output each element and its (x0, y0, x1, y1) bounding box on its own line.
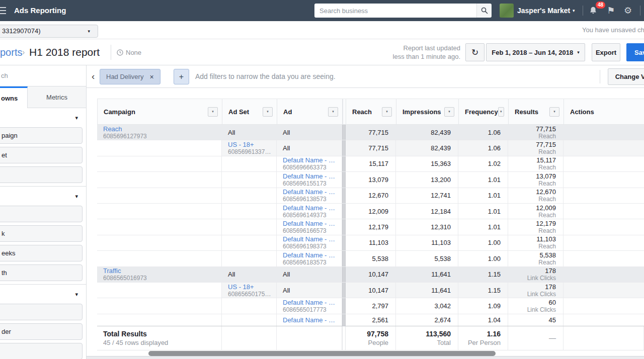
export-button[interactable]: Export (592, 43, 620, 61)
frequency-cell: 1.01 (458, 219, 508, 234)
frozen-pane-scrollbar[interactable] (342, 219, 346, 234)
filter-placeholder[interactable]: Add filters to narrow the data you are s… (195, 65, 336, 87)
breadcrumb[interactable]: ports (0, 39, 22, 65)
gear-icon[interactable]: ⚙ (624, 6, 632, 16)
account-name[interactable]: Jasper's Market (517, 0, 570, 21)
section-collapse-button[interactable]: ▾ (0, 285, 86, 304)
ad-link[interactable]: All (283, 271, 342, 278)
chevron-down-icon[interactable]: ▾ (328, 107, 338, 117)
chevron-down-icon[interactable]: ▾ (263, 107, 273, 117)
ad-link[interactable]: Default Name - … (283, 235, 342, 243)
search-input[interactable] (314, 4, 476, 18)
chevron-down-icon[interactable]: ▾ (444, 107, 454, 117)
account-selector[interactable]: 3312907074) ▾ (0, 25, 98, 38)
column-header-results[interactable]: Results▾ (509, 99, 564, 124)
frozen-pane-scrollbar[interactable] (342, 267, 346, 282)
sidebar-item-ad-set[interactable]: et (0, 147, 83, 163)
ad-link[interactable]: Default Name - … (283, 204, 342, 212)
ad-link[interactable]: Default Name - … (283, 188, 342, 196)
search-button[interactable] (476, 4, 492, 18)
collapse-sidebar-icon[interactable]: ‹ (92, 65, 95, 87)
frozen-pane-scrollbar[interactable] (342, 204, 346, 219)
frequency-cell: 1.15 (458, 283, 508, 298)
sidebar-item-campaign[interactable]: paign (0, 127, 83, 144)
campaign-cell (97, 219, 222, 234)
frozen-pane-scrollbar[interactable] (342, 188, 346, 203)
chevron-down-icon[interactable]: ▾ (382, 107, 392, 117)
tab-metrics[interactable]: Metrics (28, 86, 86, 108)
adset-id: 60856961337… (228, 148, 276, 155)
results-cell: 12,009 Reach (508, 204, 564, 219)
save-button[interactable]: Save (626, 43, 644, 61)
actions-cell (564, 156, 644, 171)
refresh-button[interactable]: ↻ (465, 43, 485, 61)
filter-chip-had-delivery[interactable]: Had Delivery × (100, 69, 160, 84)
sidebar-item[interactable] (0, 343, 83, 359)
ad-link[interactable]: All (283, 287, 342, 294)
date-range-button[interactable]: Feb 1, 2018 – Jun 14, 2018 ▾ (486, 43, 585, 61)
frozen-pane-scrollbar[interactable] (342, 283, 346, 298)
sidebar-item[interactable] (0, 304, 83, 320)
campaign-id: 6085696127973 (103, 133, 221, 140)
adset-link[interactable]: All (228, 129, 276, 136)
results-cell: 77,715 Reach (508, 125, 564, 140)
schedule-status[interactable]: None (117, 39, 141, 65)
frozen-pane-scrollbar[interactable] (342, 125, 346, 140)
menu-icon[interactable] (0, 7, 6, 16)
total-label-cell: Total Results 45 / 45 rows displayed (97, 326, 222, 350)
frozen-pane-scrollbar[interactable] (342, 251, 346, 266)
frozen-pane-scrollbar[interactable] (342, 314, 346, 326)
ad-link[interactable]: All (283, 144, 342, 152)
column-header-reach[interactable]: Reach▾ (346, 99, 396, 124)
frozen-pane-divider[interactable] (343, 99, 346, 124)
frozen-pane-scrollbar[interactable] (342, 172, 346, 187)
sidebar-item[interactable] (0, 206, 83, 222)
column-header-ad-set[interactable]: Ad Set▾ (222, 99, 277, 124)
frozen-pane-scrollbar[interactable] (342, 235, 346, 250)
horizontal-scrollbar[interactable] (148, 351, 496, 356)
last-updated-text: Report last updated less than 1 minute a… (393, 44, 460, 61)
adset-link[interactable]: US - 18+ (228, 283, 276, 291)
add-filter-button[interactable]: + (174, 69, 189, 84)
sidebar-search-input[interactable]: ch (0, 65, 86, 86)
adset-link[interactable]: US - 18+ (228, 141, 276, 148)
sidebar-item-gender[interactable]: der (0, 323, 83, 340)
ad-link[interactable]: Default Name - … (283, 251, 342, 259)
flag-icon[interactable]: ⚑ (607, 6, 615, 16)
ad-cell: Default Name - … 6086565017773 (277, 298, 342, 313)
chevron-down-icon[interactable]: ▾ (498, 107, 504, 117)
ad-link[interactable]: Default Name - … (283, 172, 342, 180)
ad-link[interactable]: All (283, 129, 342, 136)
chevron-down-icon[interactable]: ▾ (549, 107, 559, 117)
campaign-link[interactable]: Traffic (103, 267, 221, 275)
ad-link[interactable]: Default Name - … (283, 299, 342, 306)
frozen-pane-scrollbar[interactable] (342, 140, 346, 155)
section-collapse-button[interactable]: ▾ (0, 108, 86, 127)
ad-link[interactable]: Default Name - … (283, 156, 342, 164)
chevron-down-icon[interactable]: ▾ (208, 107, 218, 117)
close-icon[interactable]: × (149, 73, 153, 81)
sidebar-item-2-weeks[interactable]: eeks (0, 245, 83, 261)
change-view-button[interactable]: Change Vie (608, 68, 644, 85)
sidebar-item-week[interactable]: k (0, 225, 83, 242)
column-header-ad[interactable]: Ad▾ (277, 99, 343, 124)
tab-breakdowns[interactable]: owns (0, 86, 28, 108)
actions-cell (564, 267, 644, 282)
sidebar-item-ad[interactable] (0, 166, 83, 183)
ad-link[interactable]: Default Name - … (283, 316, 342, 324)
frozen-pane-scrollbar[interactable] (342, 298, 346, 313)
avatar[interactable] (500, 4, 514, 18)
column-header-frequency[interactable]: Frequency▾ (459, 99, 509, 124)
campaign-link[interactable]: Reach (103, 125, 221, 133)
notification-badge: 48 (596, 2, 605, 9)
adset-link[interactable]: All (228, 271, 276, 278)
column-header-campaign[interactable]: Campaign▾ (98, 99, 222, 124)
sidebar-item-month[interactable]: th (0, 264, 83, 281)
frozen-pane-scrollbar[interactable] (342, 156, 346, 171)
section-collapse-button[interactable]: ▾ (0, 187, 86, 206)
chevron-down-icon[interactable]: ▾ (573, 0, 575, 21)
ad-link[interactable]: Default Name - … (283, 220, 342, 227)
chevron-down-icon: ▾ (75, 193, 78, 200)
column-header-actions[interactable]: Actions (564, 99, 644, 124)
column-header-impressions[interactable]: Impressions▾ (396, 99, 459, 124)
